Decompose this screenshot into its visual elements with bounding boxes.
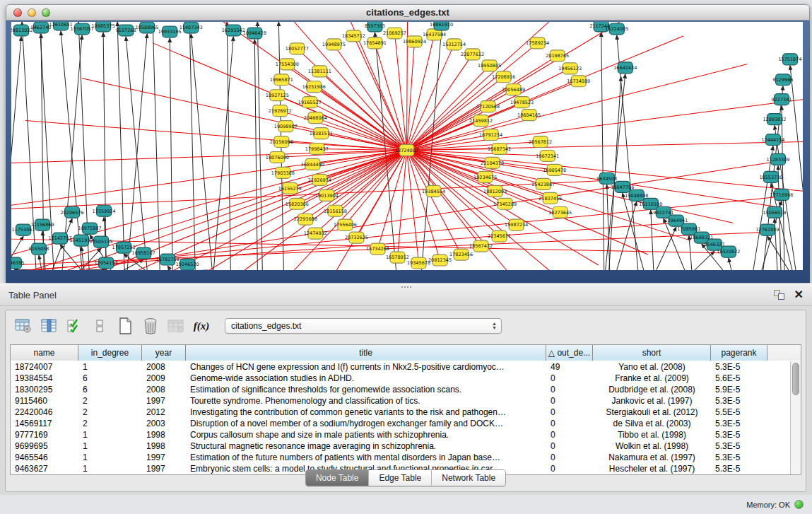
new-document-icon[interactable] (114, 316, 136, 336)
graph-node[interactable]: 10588965 (136, 22, 159, 33)
graph-node[interactable]: 18052777 (286, 43, 309, 54)
graph-node[interactable]: 18156158 (324, 205, 347, 216)
graph-node[interactable]: 19965871 (270, 74, 293, 86)
scrollbar-thumb[interactable] (792, 363, 799, 395)
table-row[interactable]: 1456911722003Disruption of a novel membe… (11, 418, 790, 429)
splitter-grip[interactable] (401, 286, 412, 289)
graph-node[interactable]: 17556406 (334, 219, 357, 230)
graph-node[interactable]: 18076090 (266, 151, 289, 163)
graph-node[interactable]: 9129966 (773, 74, 794, 86)
graph-node[interactable]: 20206576 (61, 206, 84, 218)
graph-node[interactable]: 9634508 (596, 173, 617, 184)
graph-node[interactable]: 11407343 (180, 22, 203, 33)
graph-node[interactable]: 12716966 (770, 189, 793, 200)
network-graph-canvas[interactable]: 1872400718052777175543001996587118927125… (11, 22, 803, 270)
table-row[interactable]: 2242004622012Investigating the contribut… (11, 407, 790, 418)
graph-node[interactable]: 22293688 (294, 214, 317, 225)
graph-node[interactable]: 19672341 (536, 150, 559, 161)
graph-node[interactable]: 11283309 (766, 153, 789, 165)
graph-node[interactable]: 20813032 (11, 25, 33, 36)
table-row[interactable]: 1872400712008Changes of HCN gene express… (11, 361, 790, 373)
graph-node[interactable]: 21926972 (269, 105, 292, 117)
graph-node[interactable]: 9227341 (772, 94, 792, 105)
graph-node[interactable]: 10553730 (759, 171, 782, 182)
graph-node[interactable]: 19860924 (403, 36, 426, 47)
graph-node[interactable]: 18950845 (478, 60, 501, 71)
tab-network-table[interactable]: Network Table (431, 470, 505, 486)
float-panel-icon[interactable] (774, 290, 784, 300)
graph-node[interactable]: 20567812 (529, 136, 552, 148)
graph-node[interactable]: 19948975 (322, 39, 346, 50)
graph-node[interactable]: 20732625 (345, 232, 368, 243)
graph-node[interactable]: 15367057 (71, 23, 94, 35)
graph-node[interactable]: 17120568 (476, 101, 500, 112)
graph-node[interactable]: 17208916 (492, 71, 515, 83)
graph-node[interactable]: 17345289 (493, 198, 517, 209)
graph-node[interactable]: 16844490 (301, 158, 324, 170)
close-panel-icon[interactable]: ✕ (794, 290, 804, 300)
tab-edge-table[interactable]: Edge Table (368, 470, 431, 486)
graph-node[interactable]: 15751874 (778, 54, 801, 65)
table-selector-dropdown[interactable]: citations_edges.txt ▲▼ (225, 318, 502, 334)
rows-icon[interactable] (89, 316, 110, 336)
delete-icon[interactable] (140, 316, 161, 336)
select-columns-icon[interactable] (38, 316, 59, 336)
graph-node[interactable]: 16578912 (386, 252, 409, 263)
graph-node[interactable]: 20198765 (546, 50, 569, 62)
table-row[interactable]: 977716911998Corpus callosum shape and si… (11, 429, 790, 440)
column-header-pagerank[interactable]: pagerank (711, 345, 767, 361)
column-header-name[interactable]: name (11, 345, 78, 361)
table-settings-icon[interactable] (13, 316, 34, 336)
graph-node[interactable]: 16642434 (613, 62, 637, 74)
minimize-window-button[interactable] (28, 8, 36, 17)
graph-node[interactable]: 22077612 (461, 49, 484, 60)
graph-node[interactable]: 19345678 (407, 257, 430, 269)
graph-node[interactable]: 15312754 (442, 39, 466, 50)
column-header-title[interactable]: title (186, 345, 546, 361)
table-row[interactable]: 911546021997Tourette syndrome. Phenomeno… (11, 395, 790, 407)
graph-node[interactable]: 17554300 (276, 59, 299, 70)
graph-node[interactable]: 18985375 (92, 22, 115, 32)
function-builder-icon[interactable]: f(x) (191, 316, 212, 336)
graph-node[interactable]: 9197268 (116, 25, 136, 36)
column-header-short[interactable]: short (593, 345, 711, 361)
column-header-out_de[interactable]: △ out_de... (546, 345, 593, 361)
graph-node[interactable]: 10975887 (78, 223, 102, 234)
graph-node[interactable]: 18604165 (517, 110, 541, 121)
graph-node[interactable]: 8597363 (365, 22, 385, 32)
vertical-scrollbar[interactable] (790, 361, 801, 474)
graph-node[interactable]: 19098907 (274, 121, 298, 132)
close-window-button[interactable] (13, 8, 22, 17)
graph-node[interactable]: 22345671 (488, 230, 511, 242)
window-titlebar[interactable]: citations_edges.txt (6, 4, 810, 21)
graph-node[interactable]: 9462740 (31, 22, 52, 33)
graph-node[interactable]: 18273645 (548, 206, 572, 218)
tab-node-table[interactable]: Node Table (306, 470, 369, 486)
graph-node[interactable]: 22104378 (481, 157, 504, 168)
column-header-in_degree[interactable]: in_degree (78, 345, 142, 361)
zoom-window-button[interactable] (42, 8, 50, 17)
graph-node[interactable]: 16734589 (567, 76, 590, 87)
graph-node[interactable]: 10946428 (243, 28, 266, 39)
graph-node[interactable]: 19933195 (158, 26, 182, 37)
graph-node[interactable]: 21069257 (383, 28, 406, 39)
graph-node[interactable]: 20912345 (428, 255, 452, 266)
graph-node[interactable]: 17654891 (363, 37, 387, 49)
graph-node[interactable]: 21837456 (539, 192, 562, 204)
graph-node[interactable]: 15056519 (763, 206, 786, 218)
graph-node[interactable]: 15423867 (531, 178, 555, 189)
row-check-icon[interactable] (64, 316, 85, 336)
table-row[interactable]: 1938455462009Genome-wide association stu… (11, 373, 790, 384)
graph-node[interactable]: 11381111 (308, 66, 331, 77)
graph-node[interactable]: 20056489 (502, 84, 525, 95)
graph-node[interactable]: 18345712 (342, 30, 365, 42)
graph-node[interactable]: 9046385 (11, 257, 24, 269)
graph-node[interactable]: 12093832 (763, 114, 786, 125)
table-row[interactable]: 946554611997Estimation of the future num… (11, 452, 790, 463)
graph-node[interactable]: 9155058 (29, 243, 49, 255)
column-header-year[interactable]: year (142, 345, 186, 361)
graph-node[interactable]: 17359924 (93, 205, 116, 216)
graph-node[interactable]: 18567432 (469, 240, 493, 252)
graph-node[interactable]: 12474932 (304, 228, 327, 239)
table-row[interactable]: 1830029562008Estimation of significance … (11, 384, 790, 395)
